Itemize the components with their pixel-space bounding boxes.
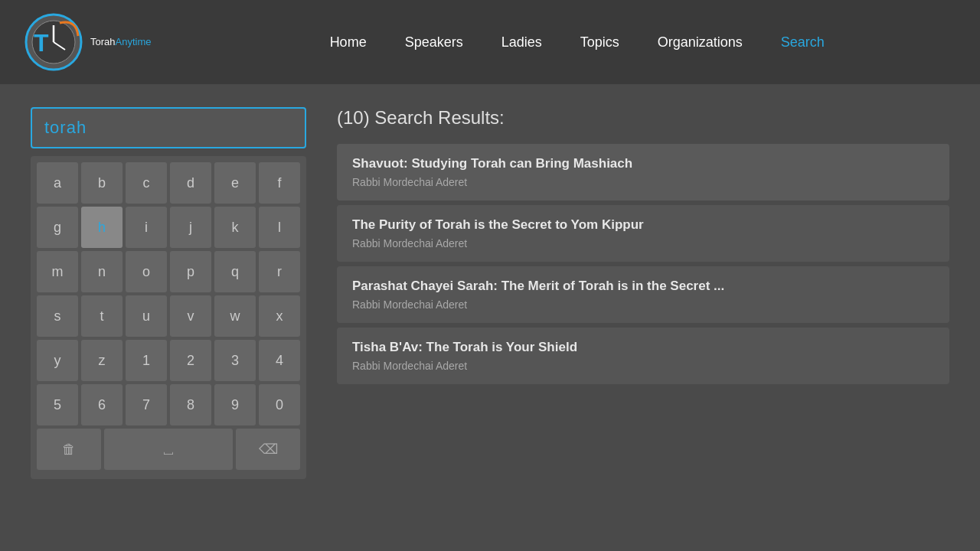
key-x[interactable]: x (259, 295, 300, 337)
result-title-2: Parashat Chayei Sarah: The Merit of Tora… (352, 279, 934, 294)
key-7[interactable]: 7 (126, 384, 167, 425)
keyboard-row-special: 🗑 ⎵ ⌫ (37, 429, 300, 470)
key-space[interactable]: ⎵ (104, 429, 233, 470)
logo-area: T TorahAnytime (23, 11, 152, 73)
main-content: torah a b c d e f g h i j k l m (0, 84, 980, 551)
key-a[interactable]: a (37, 162, 78, 204)
search-input[interactable]: torah (31, 107, 306, 148)
result-title-0: Shavuot: Studying Torah can Bring Mashia… (352, 156, 934, 171)
key-delete[interactable]: 🗑 (37, 429, 101, 470)
result-item-0[interactable]: Shavuot: Studying Torah can Bring Mashia… (337, 144, 949, 201)
key-d[interactable]: d (170, 162, 211, 204)
result-author-2: Rabbi Mordechai Aderet (352, 298, 934, 311)
key-w[interactable]: w (214, 295, 256, 337)
results-title: (10) Search Results: (337, 107, 949, 129)
key-3[interactable]: 3 (214, 340, 256, 381)
key-t[interactable]: t (81, 295, 122, 337)
nav-search[interactable]: Search (781, 34, 825, 51)
key-5[interactable]: 5 (37, 384, 78, 425)
results-panel: (10) Search Results: Shavuot: Studying T… (337, 107, 949, 528)
key-l[interactable]: l (259, 207, 300, 248)
key-0[interactable]: 0 (259, 384, 300, 425)
nav-speakers[interactable]: Speakers (405, 34, 463, 51)
result-item-2[interactable]: Parashat Chayei Sarah: The Merit of Tora… (337, 266, 949, 323)
result-item-3[interactable]: Tisha B'Av: The Torah is Your Shield Rab… (337, 328, 949, 384)
logo: T (23, 11, 84, 73)
result-item-1[interactable]: The Purity of Torah is the Secret to Yom… (337, 205, 949, 262)
key-s[interactable]: s (37, 295, 78, 337)
keyboard: a b c d e f g h i j k l m n o p (31, 156, 306, 479)
key-backspace[interactable]: ⌫ (236, 429, 300, 470)
key-f[interactable]: f (259, 162, 300, 204)
key-q[interactable]: q (214, 251, 256, 292)
keyboard-row-2: g h i j k l (37, 207, 300, 248)
keyboard-row-3: m n o p q r (37, 251, 300, 292)
key-o[interactable]: o (126, 251, 167, 292)
result-author-0: Rabbi Mordechai Aderet (352, 176, 934, 188)
logo-text: TorahAnytime (90, 36, 152, 48)
key-j[interactable]: j (170, 207, 211, 248)
result-title-1: The Purity of Torah is the Secret to Yom… (352, 217, 934, 233)
header: T TorahAnytime Home Speakers Ladies Topi… (0, 0, 980, 84)
key-p[interactable]: p (170, 251, 211, 292)
result-author-3: Rabbi Mordechai Aderet (352, 360, 934, 372)
keyboard-row-6: 5 6 7 8 9 0 (37, 384, 300, 425)
keyboard-panel: torah a b c d e f g h i j k l m (31, 107, 306, 528)
keyboard-row-1: a b c d e f (37, 162, 300, 204)
key-k[interactable]: k (214, 207, 256, 248)
nav-organizations[interactable]: Organizations (658, 34, 743, 51)
key-2[interactable]: 2 (170, 340, 211, 381)
key-u[interactable]: u (126, 295, 167, 337)
key-b[interactable]: b (81, 162, 122, 204)
key-4[interactable]: 4 (259, 340, 300, 381)
key-n[interactable]: n (81, 251, 122, 292)
svg-text:T: T (34, 29, 49, 57)
key-r[interactable]: r (259, 251, 300, 292)
keyboard-row-4: s t u v w x (37, 295, 300, 337)
key-c[interactable]: c (126, 162, 167, 204)
nav-home[interactable]: Home (330, 34, 367, 51)
nav-topics[interactable]: Topics (580, 34, 619, 51)
key-m[interactable]: m (37, 251, 78, 292)
key-z[interactable]: z (81, 340, 122, 381)
key-9[interactable]: 9 (214, 384, 256, 425)
key-e[interactable]: e (214, 162, 256, 204)
key-h[interactable]: h (81, 207, 122, 248)
key-8[interactable]: 8 (170, 384, 211, 425)
nav: Home Speakers Ladies Topics Organization… (198, 34, 958, 51)
key-6[interactable]: 6 (81, 384, 122, 425)
key-i[interactable]: i (126, 207, 167, 248)
keyboard-row-5: y z 1 2 3 4 (37, 340, 300, 381)
key-v[interactable]: v (170, 295, 211, 337)
key-1[interactable]: 1 (126, 340, 167, 381)
key-g[interactable]: g (37, 207, 78, 248)
result-title-3: Tisha B'Av: The Torah is Your Shield (352, 340, 934, 355)
result-author-1: Rabbi Mordechai Aderet (352, 237, 934, 249)
nav-ladies[interactable]: Ladies (501, 34, 542, 51)
key-y[interactable]: y (37, 340, 78, 381)
